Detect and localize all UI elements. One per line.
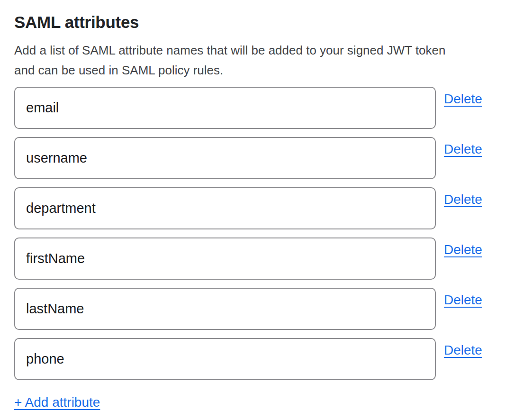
section-description-line-2: and can be used in SAML policy rules. — [14, 60, 491, 80]
delete-attribute-link[interactable]: Delete — [444, 91, 482, 107]
attribute-input[interactable] — [14, 187, 436, 229]
attribute-input[interactable] — [14, 237, 436, 280]
attribute-input[interactable] — [14, 338, 436, 380]
delete-attribute-link[interactable]: Delete — [444, 141, 482, 157]
attribute-row: Delete — [14, 288, 491, 330]
section-description: Add a list of SAML attribute names that … — [14, 40, 491, 80]
delete-attribute-link[interactable]: Delete — [444, 242, 482, 258]
attribute-row: Delete — [14, 137, 491, 179]
attribute-row: Delete — [14, 237, 491, 280]
add-attribute-link[interactable]: + Add attribute — [14, 394, 100, 411]
delete-attribute-link[interactable]: Delete — [444, 292, 482, 308]
attribute-input[interactable] — [14, 137, 436, 179]
section-title: SAML attributes — [14, 12, 491, 32]
attribute-input[interactable] — [14, 288, 436, 330]
delete-attribute-link[interactable]: Delete — [444, 342, 482, 358]
attribute-list: Delete Delete Delete Delete Delete Delet… — [14, 87, 491, 380]
attribute-input[interactable] — [14, 87, 436, 129]
attribute-row: Delete — [14, 338, 491, 380]
saml-attributes-section: SAML attributes Add a list of SAML attri… — [0, 0, 505, 420]
delete-attribute-link[interactable]: Delete — [444, 192, 482, 208]
section-description-line-1: Add a list of SAML attribute names that … — [14, 40, 491, 60]
attribute-row: Delete — [14, 87, 491, 129]
attribute-row: Delete — [14, 187, 491, 229]
